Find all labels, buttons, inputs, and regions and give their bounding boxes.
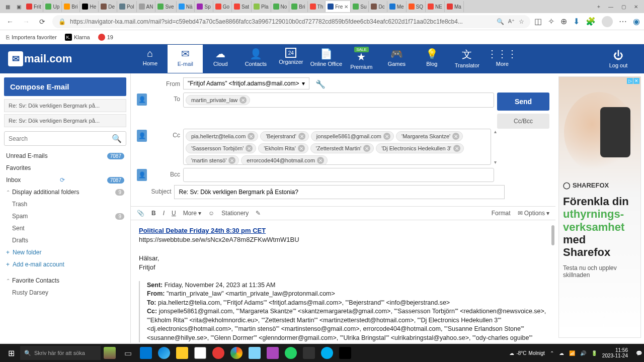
remove-chip-icon[interactable]: ✕ [317, 157, 324, 164]
browser-tab[interactable]: Up [43, 1, 62, 12]
italic-button[interactable]: I [163, 210, 165, 217]
ccbcc-toggle[interactable]: Cc/Bcc [497, 114, 549, 129]
browser-tab[interactable]: Me [387, 1, 407, 12]
remove-chip-icon[interactable]: ✕ [298, 145, 305, 152]
settings-wrench-icon[interactable]: 🔧 [315, 77, 326, 89]
tab-collections-icon[interactable]: ▣ [14, 2, 23, 11]
cc-scroll-down[interactable]: ▾ [494, 159, 498, 165]
folder-sent[interactable]: Sent [4, 222, 126, 234]
compose-button[interactable]: Compose E-mail [4, 77, 126, 96]
browser-tab[interactable]: Nä [177, 1, 195, 12]
recipient-chip[interactable]: 'Sassersson Torbjörn'✕ [186, 143, 256, 153]
taskbar-app-4[interactable] [264, 345, 282, 361]
ad-close-icon[interactable]: ✕ [633, 78, 639, 84]
browser-tab[interactable]: Sat [232, 1, 252, 12]
taskbar-weather[interactable]: ☁ -8°C Molnigt [509, 350, 544, 356]
remove-chip-icon[interactable]: ✕ [246, 145, 253, 152]
nav-cloud[interactable]: ☁Cloud [203, 45, 238, 73]
folder-unread[interactable]: Unread E-mails7087 [4, 150, 126, 162]
extensions-icon[interactable]: 🧩 [586, 17, 596, 26]
attach-button[interactable]: 📎 [137, 210, 144, 217]
stationery-button[interactable]: Stationery [221, 210, 249, 217]
tray-volume-icon[interactable]: 🔊 [580, 350, 586, 356]
search-input[interactable] [9, 135, 112, 142]
search-icon[interactable]: 🔍 [112, 134, 122, 143]
taskbar-edge[interactable] [155, 345, 173, 361]
remove-chip-icon[interactable]: ✕ [363, 145, 370, 152]
remove-chip-icon[interactable]: ✕ [298, 133, 305, 140]
nav-blog[interactable]: 💡Blog [414, 45, 449, 73]
taskbar-search[interactable]: 🔍Skriv här för att söka [20, 346, 101, 360]
bold-button[interactable]: B [151, 210, 156, 217]
tab-close-icon[interactable]: ✕ [344, 4, 348, 10]
minimize-button[interactable]: — [608, 4, 613, 10]
nav-office[interactable]: 📄Online Office [308, 45, 344, 73]
browser-tab[interactable]: Fre✕ [326, 1, 351, 12]
browser-tab[interactable]: Pol [117, 1, 136, 12]
nav-organizer[interactable]: 24Organizer [273, 45, 308, 73]
taskbar-store[interactable] [191, 345, 209, 361]
search-box[interactable]: 🔍 [4, 131, 126, 146]
open-draft-2[interactable]: Re: Sv: Dök verkligen Bergmark på... [4, 114, 126, 127]
browser-tab[interactable]: He [80, 1, 99, 12]
zoom-icon[interactable]: 🔍 [497, 18, 504, 25]
browser-tab[interactable]: AN [137, 1, 156, 12]
back-button[interactable]: ← [4, 16, 16, 28]
reader-icon[interactable]: A⁺ [508, 18, 515, 25]
nav-games[interactable]: 🎮Games [379, 45, 414, 73]
favorite-icon[interactable]: ☆ [519, 18, 524, 25]
folder-favorites[interactable]: Favorites [4, 162, 126, 174]
browser-tab[interactable]: Go [213, 1, 232, 12]
taskbar-explorer[interactable] [173, 345, 191, 361]
favorite-contact-1[interactable]: Rusty Darsey [4, 287, 126, 299]
remove-chip-icon[interactable]: ✕ [228, 157, 235, 164]
tray-network-icon[interactable]: 📶 [569, 350, 575, 356]
taskbar-app-3[interactable] [246, 345, 264, 361]
recipient-chip[interactable]: errorcode404@hotmail.com✕ [241, 155, 328, 165]
logout-button[interactable]: ⏻Log out [601, 47, 636, 71]
to-contacts-icon[interactable]: 👤 [137, 94, 147, 106]
browser-tab[interactable]: NE [426, 1, 445, 12]
new-folder-button[interactable]: +New folder [4, 246, 126, 258]
folder-inbox[interactable]: Inbox⟳7087 [4, 174, 126, 186]
folder-spam[interactable]: Spam9 [4, 210, 126, 222]
body-scrollbar[interactable] [551, 225, 554, 245]
bcc-field[interactable] [183, 168, 494, 182]
reload-button[interactable]: ⟳ [36, 16, 48, 28]
folder-drafts[interactable]: Drafts [4, 234, 126, 246]
send-button[interactable]: Send [497, 93, 549, 111]
favorite-contacts-toggle[interactable]: ⌃Favorite Contacts [4, 275, 126, 287]
recipient-chip[interactable]: 'Margareta Skantze'✕ [396, 131, 463, 141]
folder-additional-toggle[interactable]: ⌃Display additional folders9 [4, 186, 126, 198]
taskbar-mail[interactable] [137, 345, 155, 361]
subject-input[interactable] [174, 185, 505, 199]
browser-tab[interactable]: Dc [369, 1, 387, 12]
underline-button[interactable]: U [172, 210, 176, 217]
recipient-chip[interactable]: pia.hellertz@telia.com✕ [186, 131, 258, 141]
from-selector[interactable]: "Fritjof Adams" <fritjof.adams@mail.com>… [183, 77, 309, 89]
url-field[interactable]: 🔒 https://navigator-lxa.mail.com/mail?si… [52, 15, 530, 28]
favorites-list-icon[interactable]: ✧ [548, 17, 554, 26]
open-draft-1[interactable]: Re: Sv: Dök verkligen Bergmark på... [4, 99, 126, 112]
split-screen-icon[interactable]: ◫ [534, 17, 542, 26]
tray-battery-icon[interactable]: 🔋 [591, 350, 597, 356]
browser-tab[interactable]: De [99, 1, 117, 12]
copilot-icon[interactable]: ◉ [633, 17, 640, 26]
browser-tab[interactable]: Th [308, 1, 326, 12]
nav-more[interactable]: ⋮⋮⋮More [485, 45, 520, 73]
menu-icon[interactable]: ⋯ [619, 17, 627, 26]
cc-contacts-icon[interactable]: 👤 [137, 130, 147, 142]
browser-tab[interactable]: No [271, 1, 290, 12]
nav-email[interactable]: ✉E-mail [168, 45, 203, 73]
folder-trash[interactable]: Trash [4, 198, 126, 210]
recipient-chip[interactable]: 'Ekholm Rita'✕ [258, 143, 308, 153]
downloads-icon[interactable]: ⬇ [573, 17, 580, 26]
remove-chip-icon[interactable]: ✕ [453, 145, 460, 152]
notifications-icon[interactable]: 💬 [636, 350, 642, 356]
taskbar-app-1[interactable] [101, 345, 119, 361]
tab-history-icon[interactable]: ▦ [3, 2, 12, 11]
taskbar-chrome[interactable] [227, 345, 246, 361]
taskbar-app-2[interactable] [209, 345, 227, 361]
ad-info-icon[interactable]: ▷ [627, 78, 633, 84]
taskbar-skype[interactable] [318, 345, 336, 361]
